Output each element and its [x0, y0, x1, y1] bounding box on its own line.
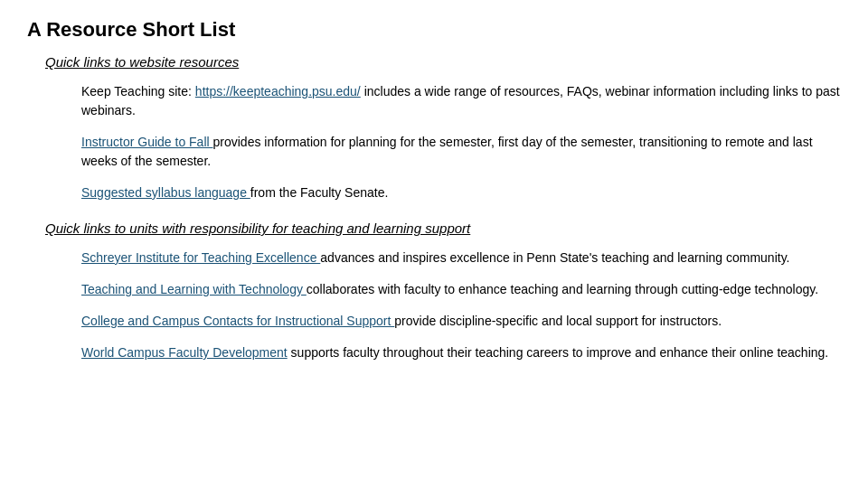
world-campus-link[interactable]: World Campus Faculty Development [81, 345, 288, 360]
college-campus-link[interactable]: College and Campus Contacts for Instruct… [81, 314, 394, 328]
section-2: Quick links to units with responsibility… [45, 221, 841, 362]
resource-item-3: Suggested syllabus language from the Fac… [81, 183, 841, 202]
resource-item-2: Instructor Guide to Fall provides inform… [81, 133, 841, 171]
unit-item-4: World Campus Faculty Development support… [81, 343, 841, 362]
unit-item-3: College and Campus Contacts for Instruct… [81, 312, 841, 331]
item-3-suffix: from the Faculty Senate. [250, 185, 389, 200]
keepteaching-link[interactable]: https://keepteaching.psu.edu/ [195, 84, 361, 99]
syllabus-language-link[interactable]: Suggested syllabus language [81, 185, 250, 200]
page-title: A Resource Short List [27, 18, 841, 42]
resource-item-1: Keep Teaching site: https://keepteaching… [81, 82, 841, 120]
section-1-heading: Quick links to website resources [45, 54, 239, 70]
unit-1-suffix: advances and inspires excellence in Penn… [320, 250, 789, 265]
unit-4-suffix: supports faculty throughout their teachi… [288, 345, 828, 360]
unit-item-1: Schreyer Institute for Teaching Excellen… [81, 249, 841, 267]
section-2-heading: Quick links to units with responsibility… [45, 221, 470, 236]
unit-item-2: Teaching and Learning with Technology co… [81, 280, 841, 299]
section-1: Quick links to website resources Keep Te… [45, 54, 841, 202]
item-1-prefix: Keep Teaching site: [81, 84, 195, 99]
instructor-guide-link[interactable]: Instructor Guide to Fall [81, 135, 213, 149]
unit-2-suffix: collaborates with faculty to enhance tea… [307, 282, 818, 296]
unit-3-suffix: provide discipline-specific and local su… [394, 314, 722, 328]
teaching-learning-tech-link[interactable]: Teaching and Learning with Technology [81, 282, 307, 296]
schreyer-link[interactable]: Schreyer Institute for Teaching Excellen… [81, 250, 320, 265]
